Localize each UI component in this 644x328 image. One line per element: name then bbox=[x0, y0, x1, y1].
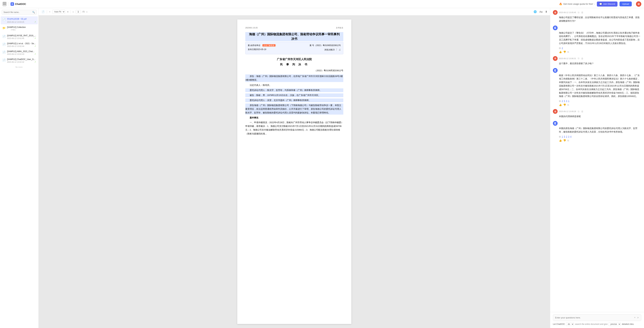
brand-logo[interactable]: ChatDOC bbox=[10, 2, 26, 6]
file-item[interactable]: 📄[SAMPLE] Li et al. - 2021 - Se...2023-0… bbox=[1, 41, 38, 49]
main-layout: 🔍 📄劳动争议民事一审.pdf2023-06-12 13:03:25✓📁[SAM… bbox=[0, 8, 644, 328]
chat-msg-refs: ▤2 bbox=[553, 47, 641, 49]
file-item[interactable]: 📄劳动争议民事一审.pdf2023-06-12 13:03:25✓ bbox=[1, 16, 38, 24]
toolbar-divider-2 bbox=[70, 10, 71, 14]
reference-number[interactable]: 4 bbox=[566, 100, 567, 102]
join-discord-button[interactable]: 💬 Join Discord bbox=[597, 2, 618, 7]
file-item-name: [SAMPLE] NYSE_RHT_2019_... bbox=[7, 35, 36, 37]
reference-number[interactable]: 2 bbox=[562, 100, 563, 102]
reference-icon: ▤ bbox=[559, 135, 561, 138]
thumbdown-button[interactable]: 👎 bbox=[563, 51, 566, 53]
svg-rect-11 bbox=[554, 124, 556, 124]
copy-msg-button[interactable]: ⧉ bbox=[578, 11, 580, 14]
svg-rect-10 bbox=[554, 123, 556, 123]
chat-avatar bbox=[553, 121, 558, 126]
sidebar-toggle-button[interactable] bbox=[3, 2, 6, 6]
para-2: 法定代表人：陈培庆。 bbox=[245, 83, 343, 87]
copy-msg-button[interactable]: ⧉ bbox=[578, 57, 580, 60]
file-item[interactable]: 📁[SAMPLE] Collection3 files bbox=[1, 25, 38, 33]
file-item-check: ✓ bbox=[34, 21, 36, 23]
delete-msg-button[interactable]: 🗑 bbox=[581, 57, 584, 60]
chat-msg-text: 根据《中华人民共和国劳动合同法》第三十八条、第四十六条、第四十七条，《广东省工伤… bbox=[553, 74, 641, 98]
zoom-select[interactable]: Auto Fit bbox=[52, 10, 65, 14]
reference-number[interactable]: 1 bbox=[568, 100, 569, 102]
delete-msg-button[interactable]: 🗑 bbox=[581, 11, 584, 14]
thumbdown-button[interactable]: 👎 bbox=[563, 103, 566, 106]
pdf-file-icon: 📄 bbox=[2, 35, 6, 38]
reference-number[interactable]: 5 bbox=[564, 100, 565, 102]
file-item-meta: 2023-06-12 13:02:43✓ bbox=[7, 53, 36, 55]
file-item-name: [SAMPLE] Collection bbox=[7, 26, 36, 28]
svg-rect-4 bbox=[554, 28, 556, 28]
pdf-date: 2023/6/1 10:25 bbox=[245, 26, 258, 29]
chat-send-button[interactable]: ➤ bbox=[637, 316, 639, 319]
pdf-viewer: 📄 − Auto Fit + ‹ / 5 › 🌐 Aa ⬇ 2023/6/1 1… bbox=[38, 8, 550, 328]
chat-msg-text: 本案的代理律师是谁呢 bbox=[553, 115, 641, 118]
pdf-toolbar: 📄 − Auto Fit + ‹ / 5 › 🌐 Aa ⬇ bbox=[38, 8, 550, 16]
reference-number[interactable]: 1 bbox=[562, 135, 563, 138]
svg-rect-0 bbox=[3, 3, 6, 3]
chat-actions: 👍👎⧉ bbox=[553, 51, 641, 53]
svg-rect-8 bbox=[554, 71, 556, 71]
reference-number[interactable]: 5 bbox=[564, 135, 565, 138]
delete-msg-button[interactable]: 🗑 bbox=[581, 110, 584, 113]
reference-number[interactable]: 2 bbox=[566, 135, 567, 138]
chat-msg-time: 2023-06-12 13:08:28 bbox=[559, 110, 576, 112]
thumbup-button[interactable]: 👍 bbox=[559, 139, 562, 142]
chat-msg-time: 2023-06-12 13:06:31 bbox=[559, 58, 576, 60]
chat-input[interactable] bbox=[555, 316, 632, 319]
chat-msg-text: 海德公司提交了《警告信》（打印件，海德公司通过钉钉系统公告并通过电子邮件发送给高… bbox=[553, 31, 641, 45]
chat-precise-select[interactable]: precise bbox=[608, 322, 621, 326]
discord-icon: 💬 bbox=[599, 3, 602, 5]
copy-response-button[interactable]: ⧉ bbox=[567, 139, 569, 142]
copy-response-button[interactable]: ⧉ bbox=[567, 51, 569, 53]
copy-response-button[interactable]: ⧉ bbox=[567, 103, 569, 106]
chat-do-select[interactable]: do bbox=[566, 322, 574, 326]
page-number-input[interactable] bbox=[76, 10, 81, 14]
chat-message: 赵2023-06-12 13:06:31⧉🗑这个案件，最后原告获赔了多少钱？ bbox=[553, 56, 641, 65]
case-label-right: 案 号（2022）粤0106民初33812号 bbox=[310, 44, 341, 47]
download-button[interactable]: ⬇ bbox=[544, 10, 548, 14]
reference-number[interactable]: 4 bbox=[570, 135, 572, 138]
file-item[interactable]: 📄[SAMPLE] AMIA_2023_Chat...2023-06-12 13… bbox=[1, 49, 38, 56]
svg-rect-7 bbox=[554, 70, 556, 71]
copy-msg-button[interactable]: ⧉ bbox=[578, 110, 580, 113]
chat-input-box: ✦ ➤ bbox=[553, 314, 641, 321]
pdf-content: 2023/6/1 10:25 文书全文 海德（广州）国际物流集团有限公司、陈彬劳… bbox=[38, 16, 550, 328]
thumbup-button[interactable]: 👍 bbox=[559, 51, 562, 53]
file-item[interactable]: 📄[SAMPLE] ChatDOC_User_G...2023-06-12 13… bbox=[1, 57, 38, 64]
footer-search-label: search the entire document and give bbox=[575, 323, 608, 325]
search-input[interactable] bbox=[4, 11, 31, 14]
chat-msg-refs: ▤15234 bbox=[553, 135, 641, 138]
pdf-doc-icon-button[interactable]: 📄 bbox=[40, 10, 46, 14]
search-box[interactable]: 🔍 bbox=[2, 10, 37, 15]
prev-page-button[interactable]: ‹ bbox=[72, 10, 74, 14]
promo-text[interactable]: 🔥 Get more usage quota for free! › bbox=[559, 3, 595, 6]
file-item-check: ✓ bbox=[34, 45, 36, 47]
file-item-meta: 2023-06-12 13:02:42✓ bbox=[7, 61, 36, 63]
chat-actions: 👍👎⧉ bbox=[553, 103, 641, 106]
chat-actions: 👍👎⧉ bbox=[553, 139, 641, 142]
chat-sparkle-button[interactable]: ✦ bbox=[634, 316, 636, 319]
zoom-in-button[interactable]: + bbox=[66, 10, 69, 14]
pdf-title: 海德（广州）国际物流集团有限公司、陈彬劳动争议民事一审民事判 决书 bbox=[245, 32, 343, 41]
zoom-out-button[interactable]: − bbox=[48, 10, 51, 14]
search-icon: 🔍 bbox=[32, 11, 35, 14]
font-size-button[interactable]: Aa bbox=[539, 10, 543, 14]
share-icon[interactable]: ⤴ bbox=[336, 48, 337, 52]
print-icon[interactable]: 🖨 bbox=[338, 48, 341, 52]
file-item[interactable]: 📄[SAMPLE] NYSE_RHT_2019_...2023-06-12 13… bbox=[1, 33, 38, 41]
user-avatar[interactable]: 赵 bbox=[636, 1, 641, 7]
page-total: / 5 bbox=[82, 11, 84, 13]
case-tag-button[interactable]: 点击了解更多 bbox=[262, 44, 276, 47]
upload-button[interactable]: Upload bbox=[620, 2, 632, 7]
chat-msg-time: 2023-06-12 13:05:45 bbox=[559, 12, 576, 14]
reference-number[interactable]: 2 bbox=[562, 47, 563, 49]
globe-icon-button[interactable]: 🌐 bbox=[533, 10, 538, 14]
reference-number[interactable]: 3 bbox=[568, 135, 569, 138]
file-item-name: [SAMPLE] ChatDOC_User_G... bbox=[7, 58, 36, 61]
case-info-row-1: 案 由劳动争议 点击了解更多 案 号（2022）粤0106民初33812号 bbox=[248, 44, 341, 47]
next-page-button[interactable]: › bbox=[86, 10, 88, 14]
thumbup-button[interactable]: 👍 bbox=[559, 103, 562, 106]
thumbdown-button[interactable]: 👎 bbox=[563, 139, 566, 142]
